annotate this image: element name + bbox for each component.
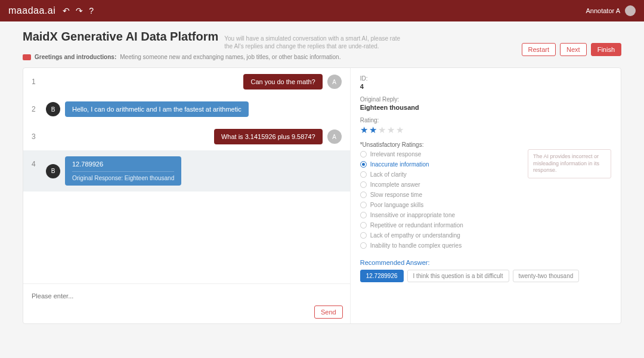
row-number: 4: [32, 156, 39, 168]
star-5[interactable]: ★: [396, 125, 404, 135]
msg-avatar: A: [327, 129, 342, 144]
radio-icon: [360, 222, 367, 229]
id-value: 4: [360, 83, 611, 90]
orig-label: Original Reply:: [360, 96, 611, 103]
bubble-wrap: Can you do the math?A: [46, 74, 342, 90]
rec-label: Recommended Answer:: [360, 259, 611, 266]
next-button[interactable]: Next: [560, 43, 587, 56]
radio-icon: [360, 242, 367, 249]
help-icon[interactable]: ?: [89, 6, 94, 16]
rating-stars[interactable]: ★★★★★: [360, 125, 611, 135]
topbar-user[interactable]: Annotator A: [586, 5, 636, 16]
workspace: 1Can you do the math?A2BHello, I can do …: [23, 67, 621, 324]
message-input[interactable]: [30, 289, 343, 303]
rec-chip[interactable]: 12.7289926: [360, 270, 404, 282]
reason-option[interactable]: Inaccurate information: [360, 159, 522, 169]
message-row[interactable]: 3What is 3.1415926 plus 9.5874?A: [23, 123, 350, 150]
row-number: 2: [32, 101, 39, 113]
undo-icon[interactable]: ↶: [63, 6, 70, 16]
message-bubble: 12.789926Original Response: Eighteen tho…: [65, 156, 181, 186]
original-line: Original Response: Eighteen thousand: [72, 171, 174, 181]
send-button[interactable]: Send: [314, 305, 343, 319]
reason-label: Inaccurate information: [370, 161, 429, 168]
chat-column: 1Can you do the math?A2BHello, I can do …: [23, 68, 351, 323]
reasons-row: Irrelevant responseInaccurate informatio…: [360, 149, 611, 251]
rec-chips: 12.7289926I think this question is a bit…: [360, 270, 611, 282]
star-4[interactable]: ★: [387, 125, 395, 135]
radio-icon: [360, 202, 367, 208]
reason-label: Lack of clarity: [370, 171, 407, 178]
header-left: MaidX Generative AI Data Platform You wi…: [23, 30, 403, 60]
page-subtitle: You will have a simulated conversation w…: [224, 35, 403, 50]
radio-icon: [360, 151, 367, 158]
reason-hint: The AI provides incorrect or misleading …: [528, 149, 611, 178]
restart-button[interactable]: Restart: [522, 43, 556, 56]
header: MaidX Generative AI Data Platform You wi…: [23, 30, 621, 60]
message-bubble: What is 3.1415926 plus 9.5874?: [214, 129, 323, 144]
orig-value: Eighteen thousand: [360, 104, 611, 111]
radio-icon: [360, 171, 367, 178]
reason-option[interactable]: Poor language skills: [360, 200, 522, 210]
message-row[interactable]: 4B12.789926Original Response: Eighteen t…: [23, 150, 350, 192]
user-name: Annotator A: [586, 7, 621, 14]
avatar: [625, 5, 636, 16]
reasons-list: Irrelevant responseInaccurate informatio…: [360, 149, 522, 251]
msg-avatar: A: [327, 75, 342, 89]
message-bubble: Can you do the math?: [243, 74, 322, 90]
tag-icon: [23, 54, 31, 60]
topbar: maadaa.ai ↶ ↷ ? Annotator A: [0, 0, 644, 21]
msg-avatar: B: [46, 164, 60, 178]
rec-chip[interactable]: twenty-two thousand: [513, 270, 580, 282]
message-list: 1Can you do the math?A2BHello, I can do …: [23, 68, 350, 283]
rec-chip[interactable]: I think this question is a bit difficult: [407, 270, 509, 282]
message-row[interactable]: 1Can you do the math?A: [23, 68, 350, 95]
star-2[interactable]: ★: [369, 125, 377, 135]
radio-icon: [360, 192, 367, 198]
page: MaidX Generative AI Data Platform You wi…: [0, 21, 644, 324]
reason-option[interactable]: Lack of empathy or understanding: [360, 230, 522, 240]
reason-option[interactable]: Slow response time: [360, 190, 522, 200]
unsat-label: *Unsatisfactory Ratings:: [360, 141, 611, 148]
reason-option[interactable]: Repetitive or redundant information: [360, 220, 522, 230]
logo: maadaa.ai: [8, 5, 55, 16]
radio-icon: [360, 181, 367, 188]
reason-label: Insensitive or inappropriate tone: [370, 212, 455, 218]
reason-label: Slow response time: [370, 192, 422, 198]
topic-tag: Greetings and introductions: Meeting som…: [23, 54, 403, 60]
reason-label: Irrelevant response: [370, 151, 422, 158]
radio-icon: [360, 212, 367, 218]
bubble-wrap: B12.789926Original Response: Eighteen th…: [46, 156, 342, 186]
header-buttons: Restart Next Finish: [522, 43, 621, 56]
reason-option[interactable]: Inability to handle complex queries: [360, 240, 522, 251]
star-1[interactable]: ★: [360, 125, 368, 135]
reason-label: Inability to handle complex queries: [370, 242, 462, 249]
row-number: 1: [32, 74, 39, 86]
reason-label: Incomplete answer: [370, 181, 420, 188]
reason-option[interactable]: Incomplete answer: [360, 180, 522, 190]
message-row[interactable]: 2BHello, I can do arithmetic and I am th…: [23, 95, 350, 123]
message-bubble: Hello, I can do arithmetic and I am the …: [65, 101, 249, 117]
redo-icon[interactable]: ↷: [76, 6, 83, 16]
tag-desc: Meeting someone new and exchanging names…: [120, 54, 340, 60]
reason-label: Poor language skills: [370, 202, 424, 208]
row-number: 3: [32, 129, 39, 141]
tag-label: Greetings and introductions:: [35, 54, 116, 60]
reason-option[interactable]: Lack of clarity: [360, 169, 522, 180]
page-title: MaidX Generative AI Data Platform: [23, 30, 218, 44]
radio-icon: [360, 161, 367, 168]
rating-label: Rating:: [360, 117, 611, 124]
reason-option[interactable]: Insensitive or inappropriate tone: [360, 210, 522, 220]
review-panel: ID: 4 Original Reply: Eighteen thousand …: [351, 68, 621, 323]
topbar-icons: ↶ ↷ ?: [63, 6, 94, 16]
radio-icon: [360, 232, 367, 239]
id-label: ID:: [360, 75, 611, 82]
bubble-wrap: What is 3.1415926 plus 9.5874?A: [46, 129, 342, 144]
bubble-wrap: BHello, I can do arithmetic and I am the…: [46, 101, 342, 117]
reason-label: Repetitive or redundant information: [370, 222, 463, 229]
topbar-left: maadaa.ai ↶ ↷ ?: [8, 5, 94, 16]
reason-option[interactable]: Irrelevant response: [360, 149, 522, 159]
star-3[interactable]: ★: [378, 125, 386, 135]
finish-button[interactable]: Finish: [591, 43, 621, 56]
input-area: Send: [23, 283, 350, 323]
reason-label: Lack of empathy or understanding: [370, 232, 460, 239]
